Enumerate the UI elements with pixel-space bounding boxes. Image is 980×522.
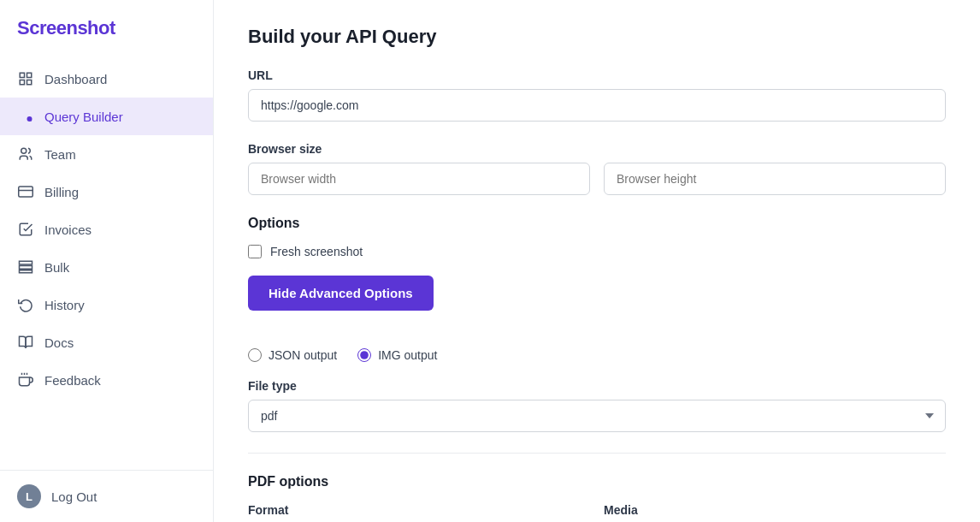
pdf-options-row: Format Letter: 8.5in x 11in A4 A3 Tabloi… (248, 503, 946, 522)
browser-height-input[interactable] (604, 163, 946, 195)
sidebar-item-team-label: Team (44, 147, 76, 162)
img-output-radio[interactable] (357, 348, 371, 362)
pdf-format-label: Format (248, 503, 590, 517)
fresh-screenshot-checkbox[interactable] (248, 245, 262, 258)
sidebar-item-query-builder-label: Query Builder (44, 110, 123, 124)
sidebar-item-feedback-label: Feedback (44, 373, 101, 388)
sidebar-item-invoices-label: Invoices (44, 222, 92, 237)
history-icon (17, 296, 34, 313)
url-input[interactable] (248, 89, 946, 122)
url-label: URL (248, 68, 946, 82)
json-output-label: JSON output (269, 348, 337, 362)
sidebar-item-query-builder[interactable]: Query Builder (0, 98, 213, 135)
svg-rect-1 (27, 73, 32, 77)
sidebar-item-history-label: History (44, 298, 85, 312)
sidebar-item-billing[interactable]: Billing (0, 173, 213, 211)
svg-point-5 (21, 148, 27, 153)
svg-rect-8 (20, 261, 32, 264)
sidebar-item-dashboard-label: Dashboard (44, 72, 107, 86)
main-content: Build your API Query URL Browser size Op… (214, 0, 980, 522)
sidebar-nav: Dashboard Query Builder Team Billing (0, 53, 213, 470)
sidebar-item-bulk[interactable]: Bulk (0, 248, 213, 286)
pdf-media-label: Media (604, 503, 946, 517)
sidebar-item-feedback[interactable]: Feedback (0, 361, 213, 399)
logo: Screenshot (0, 0, 213, 53)
file-type-section: File type pdf jpg png webp (248, 379, 946, 432)
sidebar-item-bulk-label: Bulk (44, 260, 69, 275)
pdf-media-col: Media (604, 503, 946, 522)
logout-button[interactable]: L Log Out (17, 484, 196, 508)
pdf-format-col: Format Letter: 8.5in x 11in A4 A3 Tabloi… (248, 503, 590, 522)
team-icon (17, 145, 34, 163)
json-output-radio[interactable] (248, 348, 262, 362)
fresh-screenshot-row: Fresh screenshot (248, 245, 946, 258)
sidebar-item-team[interactable]: Team (0, 135, 213, 173)
svg-rect-3 (20, 80, 24, 85)
logo-text: Screenshot (17, 17, 115, 39)
file-type-select-wrapper: pdf jpg png webp (248, 400, 946, 432)
file-type-select[interactable]: pdf jpg png webp (248, 400, 946, 432)
options-section: Options Fresh screenshot Hide Advanced O… (248, 216, 946, 331)
dashboard-icon (17, 70, 34, 87)
img-output-label: IMG output (378, 348, 437, 362)
output-type-row: JSON output IMG output (248, 348, 946, 362)
svg-rect-9 (20, 266, 32, 270)
feedback-icon (17, 371, 34, 389)
svg-rect-0 (20, 73, 24, 77)
querybuilder-icon (17, 108, 34, 125)
file-type-label: File type (248, 379, 946, 393)
bulk-icon (17, 258, 34, 276)
page-title: Build your API Query (248, 26, 946, 48)
sidebar-item-invoices[interactable]: Invoices (0, 211, 213, 248)
browser-size-label: Browser size (248, 142, 946, 156)
browser-width-input[interactable] (248, 163, 590, 195)
svg-rect-2 (27, 80, 32, 85)
sidebar-item-billing-label: Billing (44, 185, 79, 199)
billing-icon (17, 183, 34, 200)
sidebar-item-docs[interactable]: Docs (0, 323, 213, 361)
sidebar-item-docs-label: Docs (44, 335, 74, 350)
svg-rect-6 (19, 187, 33, 197)
fresh-screenshot-label[interactable]: Fresh screenshot (270, 245, 363, 258)
browser-size-row (248, 163, 946, 195)
divider (248, 453, 946, 454)
svg-rect-10 (20, 270, 32, 273)
avatar: L (17, 484, 41, 508)
img-output-option[interactable]: IMG output (357, 348, 437, 362)
invoices-icon (17, 221, 34, 238)
sidebar-item-history[interactable]: History (0, 286, 213, 323)
json-output-option[interactable]: JSON output (248, 348, 337, 362)
logout-label: Log Out (51, 489, 97, 504)
sidebar-item-dashboard[interactable]: Dashboard (0, 60, 213, 98)
sidebar: Screenshot Dashboard Query Builder Team (0, 0, 214, 522)
hide-advanced-button[interactable]: Hide Advanced Options (248, 276, 434, 311)
docs-icon (17, 334, 34, 351)
pdf-options-title: PDF options (248, 474, 946, 489)
sidebar-bottom: L Log Out (0, 470, 213, 522)
options-title: Options (248, 216, 946, 231)
